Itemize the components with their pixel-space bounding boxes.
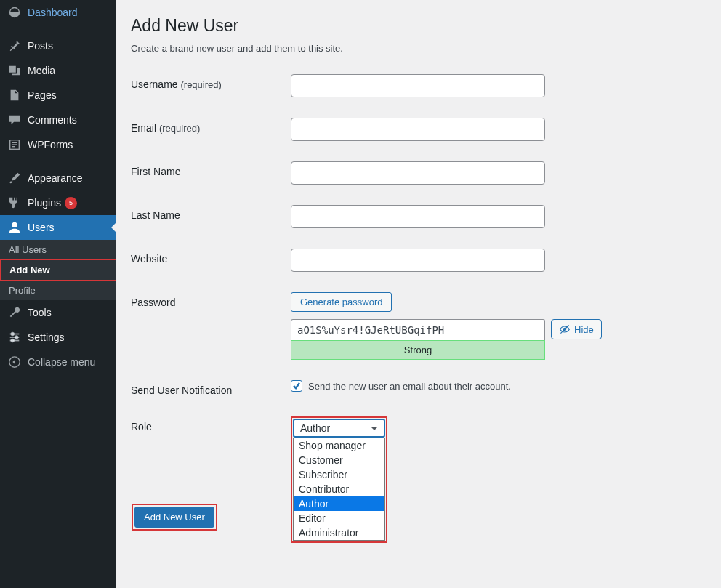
users-submenu: All Users Add New Profile	[0, 240, 116, 300]
sidebar-item-comments[interactable]: Comments	[0, 108, 116, 132]
sidebar-item-tools[interactable]: Tools	[0, 300, 116, 325]
main-content: Add New User Create a brand new user and…	[116, 0, 721, 588]
page-icon	[7, 88, 22, 102]
sidebar-item-label: Settings	[28, 331, 65, 343]
add-new-user-button[interactable]: Add New User	[134, 507, 214, 528]
page-title: Add New User	[131, 9, 706, 36]
username-label: Username (required)	[131, 74, 291, 90]
sidebar-item-label: Tools	[28, 307, 52, 318]
sidebar-item-appearance[interactable]: Appearance	[0, 166, 116, 190]
role-option[interactable]: Administrator	[294, 525, 384, 540]
notification-label: Send User Notification	[131, 380, 291, 396]
sidebar-item-label: Comments	[28, 114, 77, 126]
website-input[interactable]	[291, 249, 545, 272]
role-select[interactable]: Author	[293, 419, 385, 438]
email-input[interactable]	[291, 118, 545, 141]
role-dropdown: Shop manager Customer Subscriber Contrib…	[293, 438, 385, 541]
hide-password-button[interactable]: Hide	[551, 319, 602, 339]
row-last-name: Last Name	[131, 205, 706, 228]
role-option[interactable]: Author	[294, 496, 384, 511]
sidebar-item-plugins[interactable]: Plugins 5	[0, 190, 116, 215]
plug-icon	[7, 196, 22, 210]
website-label: Website	[131, 249, 291, 265]
svg-point-9	[15, 336, 18, 339]
sidebar-item-pages[interactable]: Pages	[0, 83, 116, 108]
svg-point-8	[12, 333, 15, 336]
submenu-item-all-users[interactable]: All Users	[0, 240, 116, 259]
form-icon	[7, 137, 22, 152]
last-name-label: Last Name	[131, 205, 291, 221]
row-first-name: First Name	[131, 161, 706, 185]
role-option[interactable]: Customer	[294, 453, 384, 467]
role-option[interactable]: Subscriber	[294, 467, 384, 482]
sidebar-item-media[interactable]: Media	[0, 58, 116, 83]
media-icon	[7, 63, 22, 78]
first-name-input[interactable]	[291, 161, 545, 185]
sidebar-item-users[interactable]: Users	[0, 215, 116, 240]
submenu-item-add-new[interactable]: Add New	[0, 259, 116, 281]
svg-point-10	[12, 339, 15, 342]
username-input[interactable]	[291, 74, 545, 97]
sidebar-item-label: Appearance	[28, 172, 83, 184]
row-username: Username (required)	[131, 74, 706, 97]
row-notification: Send User Notification Send the new user…	[131, 380, 706, 396]
row-password-value: aO1S%uYsr4!GJeRtUBGqifPH Strong Hide	[131, 319, 706, 360]
sidebar-item-label: Media	[28, 65, 55, 76]
email-label: Email (required)	[131, 118, 291, 134]
sidebar-item-label: Users	[28, 222, 55, 233]
dashboard-icon	[7, 5, 22, 20]
row-website: Website	[131, 249, 706, 272]
collapse-icon	[7, 355, 22, 369]
sidebar-collapse[interactable]: Collapse menu	[0, 350, 116, 374]
role-option[interactable]: Shop manager	[294, 438, 384, 453]
eye-slash-icon	[559, 323, 571, 335]
page-description: Create a brand new user and add them to …	[131, 43, 706, 54]
pin-icon	[7, 39, 22, 53]
first-name-label: First Name	[131, 161, 291, 177]
row-password: Password Generate password	[131, 292, 706, 312]
sidebar-item-wpforms[interactable]: WPForms	[0, 132, 116, 157]
last-name-input[interactable]	[291, 205, 545, 228]
role-highlight-box: Author Shop manager Customer Subscriber …	[291, 416, 387, 543]
password-input[interactable]: aO1S%uYsr4!GJeRtUBGqifPH	[291, 319, 545, 340]
sidebar-item-dashboard[interactable]: Dashboard	[0, 0, 116, 25]
row-email: Email (required)	[131, 118, 706, 141]
wrench-icon	[7, 305, 22, 320]
admin-sidebar: Dashboard Posts Media Pages Comments WPF…	[0, 0, 116, 588]
sidebar-item-posts[interactable]: Posts	[0, 33, 116, 58]
notification-text: Send the new user an email about their a…	[308, 381, 511, 392]
password-label: Password	[131, 292, 291, 308]
sidebar-item-label: Pages	[28, 89, 57, 101]
update-badge: 5	[65, 197, 77, 209]
sidebar-item-label: Posts	[28, 40, 53, 52]
brush-icon	[7, 171, 22, 185]
role-label: Role	[131, 416, 291, 432]
sidebar-item-settings[interactable]: Settings	[0, 325, 116, 350]
role-option[interactable]: Editor	[294, 511, 384, 525]
sidebar-item-label: Dashboard	[28, 7, 78, 18]
submit-highlight-box: Add New User	[132, 504, 217, 531]
user-icon	[7, 220, 22, 235]
submenu-item-profile[interactable]: Profile	[0, 281, 116, 300]
password-strength: Strong	[291, 340, 545, 360]
sidebar-item-label: WPForms	[28, 139, 73, 150]
comment-icon	[7, 113, 22, 127]
svg-point-4	[12, 222, 17, 227]
sliders-icon	[7, 330, 22, 345]
notification-checkbox[interactable]	[291, 380, 302, 392]
role-option[interactable]: Contributor	[294, 482, 384, 496]
generate-password-button[interactable]: Generate password	[291, 292, 392, 312]
sidebar-item-label: Plugins	[28, 197, 61, 209]
sidebar-item-label: Collapse menu	[28, 356, 95, 368]
